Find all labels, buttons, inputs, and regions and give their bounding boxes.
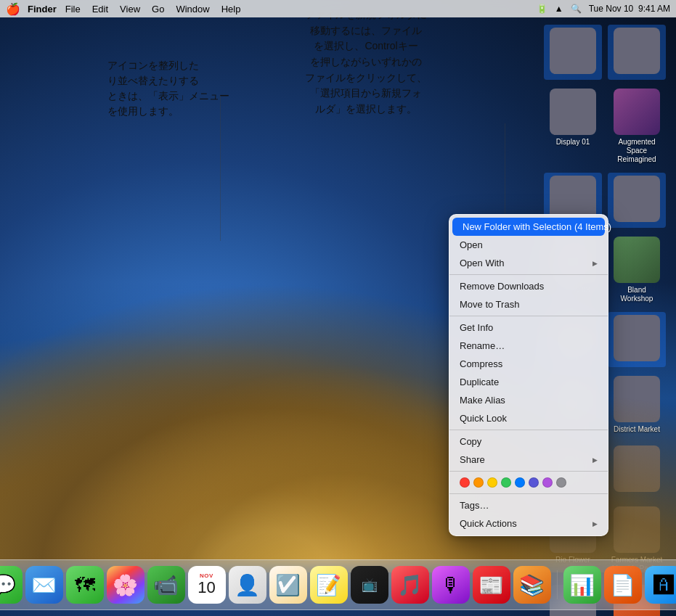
menu-item-quick-actions[interactable]: Quick Actions: [449, 514, 608, 533]
menu-item-rename[interactable]: Rename…: [449, 337, 608, 355]
dock-icon-photos[interactable]: 🌸: [107, 566, 144, 604]
desktop-icon-districtmarket[interactable]: District Market: [608, 373, 666, 437]
color-dot-green[interactable]: [501, 477, 511, 488]
icon-thumb-display01: [550, 89, 596, 135]
menu-separator-1: [449, 274, 608, 275]
dock: 🗂 ⊞ 🧭 💬 ✉️ 🗺 🌸 📹 NOV 10 👤 ☑️ 📝 📺 🎵 🎙 📰 📚…: [0, 559, 676, 610]
dock-separator: [557, 570, 558, 599]
desktop-icon-2[interactable]: [608, 25, 666, 80]
menu-item-open-with[interactable]: Open With: [449, 254, 608, 272]
icon-label-bland: Bland Workshop: [611, 286, 663, 303]
menu-item-open[interactable]: Open: [449, 236, 608, 254]
menu-item-tags[interactable]: Tags…: [449, 496, 608, 514]
icon-label-display01: Display 01: [556, 138, 590, 147]
desktop-icon-display01[interactable]: Display 01: [544, 86, 602, 167]
dock-icon-messages[interactable]: 💬: [0, 566, 23, 604]
icon-label-districtmarket: District Market: [614, 425, 660, 434]
desktop: 🍎 Finder File Edit View Go Window Help 🔋…: [0, 0, 676, 616]
icon-thumb-6: [614, 315, 660, 361]
battery-icon: 🔋: [537, 4, 547, 14]
menu-item-new-folder-selection[interactable]: New Folder with Selection (4 Items): [452, 218, 605, 236]
color-dot-purple[interactable]: [542, 477, 553, 488]
icon-label-augmented: Augmented Space Reimagined: [611, 138, 663, 164]
desktop-icon-8[interactable]: [608, 443, 666, 498]
desktop-icon-augmented[interactable]: Augmented Space Reimagined: [608, 86, 666, 167]
menu-file[interactable]: File: [65, 4, 81, 15]
menu-edit[interactable]: Edit: [92, 4, 108, 15]
menu-item-remove-downloads[interactable]: Remove Downloads: [449, 277, 608, 295]
dock-icon-news[interactable]: 📰: [473, 566, 510, 604]
menu-view[interactable]: View: [120, 4, 140, 15]
icon-thumb-districtmarket: [614, 376, 660, 422]
menubar: 🍎 Finder File Edit View Go Window Help 🔋…: [0, 0, 676, 17]
menu-window[interactable]: Window: [176, 4, 209, 15]
annotation-line-left: [220, 96, 221, 241]
icon-thumb-farmersmarket: [614, 506, 660, 553]
color-dot-indigo[interactable]: [529, 477, 539, 488]
menu-separator-3: [449, 430, 608, 430]
dock-icon-pages[interactable]: 📄: [604, 566, 642, 604]
menu-item-duplicate[interactable]: Duplicate: [449, 373, 608, 391]
desktop-icon-bland[interactable]: Bland Workshop: [608, 234, 666, 306]
dock-icon-numbers[interactable]: 📊: [563, 566, 601, 604]
icon-thumb-bland: [614, 237, 660, 283]
icon-thumb-augmented: [614, 89, 660, 135]
wifi-icon: ▲: [555, 4, 563, 14]
desktop-icon-4[interactable]: [608, 173, 666, 228]
color-dot-blue[interactable]: [515, 477, 525, 488]
menu-separator-2: [449, 316, 608, 316]
dock-icon-mail[interactable]: ✉️: [25, 566, 63, 604]
desktop-icon-6[interactable]: [608, 312, 666, 367]
dock-icon-notes[interactable]: 📝: [310, 566, 348, 604]
menu-item-share[interactable]: Share: [449, 451, 608, 469]
dock-icon-facetime[interactable]: 📹: [147, 566, 185, 604]
apple-menu[interactable]: 🍎: [6, 2, 20, 16]
dock-icon-calendar[interactable]: NOV 10: [188, 566, 226, 604]
icon-thumb-8: [614, 445, 660, 492]
color-dot-gray[interactable]: [556, 477, 566, 488]
menu-separator-5: [449, 493, 608, 494]
dock-icon-music[interactable]: 🎵: [391, 566, 429, 604]
color-dot-red[interactable]: [460, 477, 470, 488]
dock-icon-appstore[interactable]: 🅰: [645, 566, 677, 604]
menu-help[interactable]: Help: [221, 4, 241, 15]
context-menu: New Folder with Selection (4 Items) Open…: [449, 214, 608, 536]
annotation-right: ファイルを新規フォルダに移動するには、ファイルを選択し、Controlキーを押し…: [305, 7, 427, 118]
datetime: Tue Nov 10 9:41 AM: [589, 4, 670, 14]
icon-thumb-1: [550, 28, 596, 74]
menu-item-move-to-trash[interactable]: Move to Trash: [449, 295, 608, 313]
color-dot-orange[interactable]: [473, 477, 484, 488]
dock-icon-appletv[interactable]: 📺: [351, 566, 388, 604]
desktop-icon-1[interactable]: [544, 25, 602, 80]
dock-icon-maps[interactable]: 🗺: [66, 566, 104, 604]
menu-item-copy[interactable]: Copy: [449, 432, 608, 451]
menu-item-quick-look[interactable]: Quick Look: [449, 409, 608, 427]
annotation-left: アイコンを整列した り並べ替えたりする ときは、「表示」メニュー を使用します。: [107, 58, 229, 119]
dock-icon-reminders[interactable]: ☑️: [269, 566, 307, 604]
label-color-picker: [449, 474, 608, 491]
dock-icon-podcasts[interactable]: 🎙: [432, 566, 470, 604]
menu-item-make-alias[interactable]: Make Alias: [449, 391, 608, 409]
search-icon[interactable]: 🔍: [571, 4, 582, 14]
dock-icon-contacts[interactable]: 👤: [229, 566, 266, 604]
color-dot-yellow[interactable]: [487, 477, 497, 488]
menu-item-compress[interactable]: Compress: [449, 355, 608, 373]
app-name[interactable]: Finder: [28, 4, 57, 15]
menu-separator-4: [449, 471, 608, 472]
menu-go[interactable]: Go: [152, 4, 164, 15]
menu-item-get-info[interactable]: Get Info: [449, 319, 608, 337]
icon-thumb-4: [614, 176, 660, 222]
dock-icon-books[interactable]: 📚: [513, 566, 551, 604]
icon-thumb-2: [614, 28, 660, 74]
